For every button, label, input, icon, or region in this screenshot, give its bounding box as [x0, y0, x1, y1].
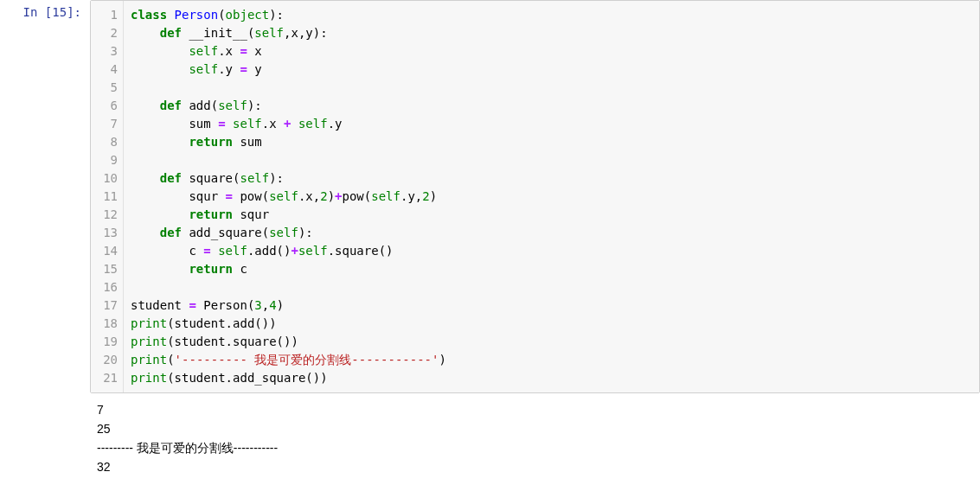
output-line: 32: [97, 460, 111, 474]
line-number: 14: [91, 242, 118, 260]
line-number: 4: [91, 61, 118, 79]
line-number: 16: [91, 278, 118, 297]
line-number: 2: [91, 24, 118, 42]
line-number: 19: [91, 333, 118, 351]
line-number: 5: [91, 79, 118, 97]
line-number: 11: [91, 188, 118, 206]
line-number: 18: [91, 315, 118, 333]
line-number: 6: [91, 97, 118, 115]
code-input-area[interactable]: 123456789101112131415161718192021 class …: [90, 0, 980, 393]
code-editor[interactable]: class Person(object): def __init__(self,…: [124, 1, 979, 392]
line-number: 10: [91, 169, 118, 188]
output-area: 7 25 --------- 我是可爱的分割线----------- 32: [90, 393, 980, 476]
output-line: 25: [97, 422, 111, 436]
line-number: 12: [91, 206, 118, 224]
output-line: 7: [97, 403, 104, 417]
output-row: 7 25 --------- 我是可爱的分割线----------- 32: [0, 393, 980, 476]
line-number-gutter: 123456789101112131415161718192021: [91, 1, 124, 392]
line-number: 3: [91, 42, 118, 61]
line-number: 1: [91, 6, 118, 24]
output-prompt: [0, 393, 90, 476]
line-number: 13: [91, 224, 118, 242]
line-number: 8: [91, 133, 118, 151]
input-cell: In [15]: 1234567891011121314151617181920…: [0, 0, 980, 393]
line-number: 7: [91, 115, 118, 133]
line-number: 9: [91, 151, 118, 169]
input-prompt: In [15]:: [0, 0, 90, 393]
output-line: --------- 我是可爱的分割线-----------: [97, 441, 278, 455]
line-number: 21: [91, 369, 118, 387]
line-number: 20: [91, 351, 118, 369]
code-content[interactable]: class Person(object): def __init__(self,…: [131, 6, 972, 387]
line-number: 15: [91, 260, 118, 278]
line-number: 17: [91, 297, 118, 315]
